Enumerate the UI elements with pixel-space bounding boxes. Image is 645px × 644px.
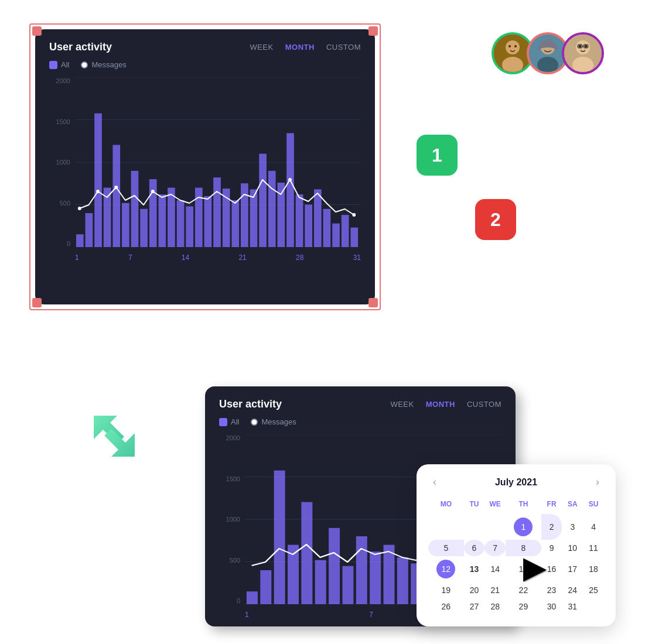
svg-rect-26	[268, 171, 276, 247]
cal-day-20[interactable]: 20	[464, 582, 485, 598]
y-1000: 1000	[49, 159, 70, 166]
calendar-grid: MO TU WE TH FR SA SU 1 2 3 4 5	[428, 498, 604, 615]
svg-rect-72	[315, 560, 326, 604]
cal-day-7[interactable]: 7	[484, 540, 506, 556]
cal-day-30[interactable]: 30	[541, 598, 562, 615]
calendar-prev-btn[interactable]: ‹	[428, 476, 441, 488]
avatar-3[interactable]	[562, 32, 604, 74]
y-1500: 1500	[49, 118, 70, 125]
bottom-chart-title: User activity	[219, 398, 282, 410]
weekday-su: SU	[583, 498, 604, 514]
calendar-next-btn[interactable]: ›	[591, 476, 604, 488]
chart-title: User activity	[49, 41, 112, 53]
svg-rect-35	[350, 228, 358, 247]
badge-2-label: 2	[490, 209, 501, 231]
avatar-2-image	[529, 35, 566, 72]
weekday-mo: MO	[428, 498, 464, 514]
calendar-weekdays-row: MO TU WE TH FR SA SU	[428, 498, 604, 514]
cal-day-23[interactable]: 23	[541, 582, 562, 598]
calendar-week-3: 12 13 14 15 16 17 18	[428, 556, 604, 582]
svg-rect-23	[241, 183, 248, 247]
cal-day-22[interactable]: 22	[506, 582, 541, 598]
chart-header: User activity WEEK MONTH CUSTOM	[49, 41, 361, 53]
bottom-legend-messages-label: Messages	[261, 417, 296, 426]
bottom-tab-month[interactable]: MONTH	[426, 400, 455, 409]
svg-rect-69	[274, 471, 285, 604]
top-chart-widget: User activity WEEK MONTH CUSTOM All Mess…	[23, 18, 387, 316]
cal-day-1[interactable]: 1	[506, 514, 541, 540]
calendar-week-4: 19 20 21 22 23 24 25	[428, 582, 604, 598]
chart-svg	[75, 77, 361, 247]
cal-day-25[interactable]: 25	[583, 582, 604, 598]
tab-week[interactable]: WEEK	[250, 43, 273, 52]
svg-rect-18	[195, 188, 203, 247]
svg-rect-7	[94, 114, 102, 247]
svg-rect-32	[323, 209, 331, 247]
svg-rect-5	[76, 234, 84, 247]
legend-messages-dot	[81, 61, 88, 68]
cal-day-26[interactable]: 26	[428, 598, 464, 615]
chart-legend: All Messages	[49, 60, 361, 69]
cal-day-18[interactable]: 18	[583, 556, 604, 582]
x-14: 14	[182, 254, 189, 262]
weekday-we: WE	[484, 498, 506, 514]
cal-day-2[interactable]: 2	[541, 514, 562, 540]
cal-day-5[interactable]: 5	[428, 540, 464, 556]
cal-day-29[interactable]: 29	[506, 598, 541, 615]
svg-rect-71	[301, 502, 312, 605]
bottom-legend-all-label: All	[231, 417, 239, 426]
svg-point-36	[78, 207, 81, 210]
x-31: 31	[353, 254, 361, 262]
svg-point-43	[506, 40, 520, 54]
svg-point-56	[585, 45, 588, 48]
cal-day-31[interactable]: 31	[562, 598, 583, 615]
x-28: 28	[296, 254, 303, 262]
cal-day-14[interactable]: 14	[484, 556, 506, 582]
cal-day-12[interactable]: 12	[428, 556, 464, 582]
cal-day-21[interactable]: 21	[484, 582, 506, 598]
bottom-tab-custom[interactable]: CUSTOM	[467, 400, 501, 409]
svg-rect-16	[177, 200, 185, 247]
tab-custom[interactable]: CUSTOM	[326, 43, 361, 52]
cal-day-6[interactable]: 6	[464, 540, 485, 556]
cal-day-4[interactable]: 4	[583, 514, 604, 540]
cal-day-10[interactable]: 10	[562, 540, 583, 556]
cal-day-11[interactable]: 11	[583, 540, 604, 556]
svg-rect-34	[342, 215, 349, 247]
svg-rect-14	[158, 194, 166, 247]
bottom-y-axis: 2000 1500 1000 500 0	[219, 434, 240, 604]
calendar-body: 1 2 3 4 5 6 7 8 9 10 11 12 13 14 15 16	[428, 514, 604, 615]
svg-rect-20	[213, 177, 221, 247]
svg-rect-13	[149, 179, 157, 247]
svg-rect-10	[122, 203, 129, 247]
svg-rect-68	[260, 570, 271, 604]
weekday-th: TH	[506, 498, 541, 514]
cal-day-13[interactable]: 13	[464, 556, 485, 582]
svg-rect-75	[356, 536, 367, 604]
x-axis: 1 7 14 21 28 31	[75, 251, 361, 265]
svg-rect-73	[329, 528, 340, 604]
cal-day-17[interactable]: 17	[562, 556, 583, 582]
y-2000: 2000	[49, 77, 70, 84]
cal-day-24[interactable]: 24	[562, 582, 583, 598]
x-21: 21	[238, 254, 246, 262]
svg-point-38	[114, 186, 118, 189]
bottom-legend-all: All	[219, 417, 239, 426]
tab-month[interactable]: MONTH	[285, 43, 315, 52]
cal-empty	[464, 514, 485, 540]
svg-rect-67	[247, 591, 258, 604]
avatar-1-image	[494, 35, 531, 72]
cal-day-19[interactable]: 19	[428, 582, 464, 598]
chart-area: 2000 1500 1000 500 0	[49, 77, 361, 265]
cal-day-3[interactable]: 3	[562, 514, 583, 540]
avatar-stack	[492, 32, 604, 74]
cal-day-27[interactable]: 27	[464, 598, 485, 615]
badge-1-label: 1	[432, 145, 442, 166]
x-1: 1	[75, 254, 79, 262]
badge-2: 2	[475, 199, 516, 240]
svg-rect-30	[305, 205, 312, 248]
bottom-tab-week[interactable]: WEEK	[390, 400, 414, 409]
calendar-month-title: July 2021	[495, 477, 537, 488]
bottom-legend-messages: Messages	[251, 417, 296, 426]
cal-day-28[interactable]: 28	[484, 598, 506, 615]
